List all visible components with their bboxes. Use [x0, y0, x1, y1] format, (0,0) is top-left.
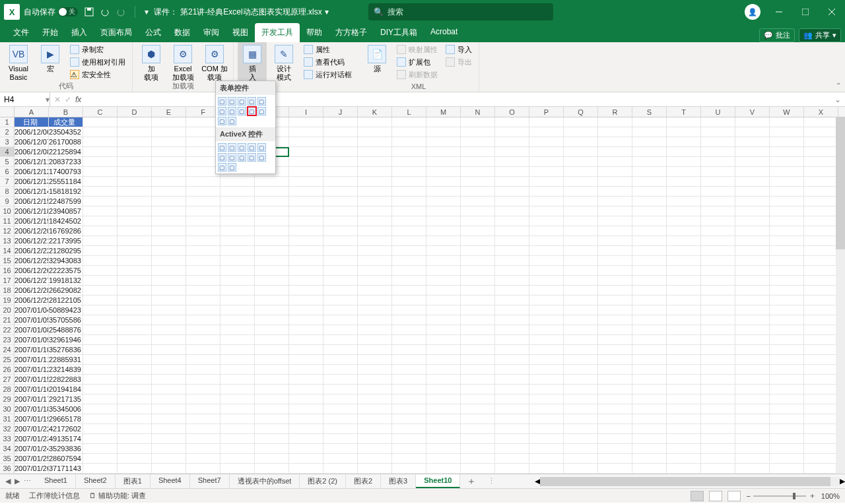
cell[interactable]: [667, 315, 701, 325]
cell[interactable]: [804, 117, 838, 127]
cell[interactable]: [598, 127, 632, 137]
cell[interactable]: 2007/01/19: [15, 414, 49, 424]
cell[interactable]: [152, 464, 186, 473]
cell[interactable]: [255, 197, 289, 206]
cell[interactable]: [667, 385, 701, 394]
cell[interactable]: [426, 385, 461, 394]
col-header[interactable]: J: [323, 107, 358, 117]
cell[interactable]: [426, 375, 461, 384]
cell[interactable]: [529, 315, 564, 325]
cell[interactable]: [118, 157, 152, 166]
cell[interactable]: [701, 137, 735, 146]
cell[interactable]: [598, 335, 632, 344]
cell[interactable]: [118, 335, 152, 344]
cell[interactable]: [735, 276, 770, 285]
cell[interactable]: [461, 424, 495, 433]
cell[interactable]: [255, 315, 289, 325]
cell[interactable]: [735, 444, 770, 453]
cell[interactable]: [632, 375, 667, 384]
document-title[interactable]: 课件： 第21讲-经典Excel动态图表实现原理.xlsx ▾: [154, 7, 329, 18]
cell[interactable]: [598, 315, 632, 325]
cell[interactable]: [804, 305, 838, 315]
cell[interactable]: [186, 375, 220, 384]
cell[interactable]: [461, 177, 495, 186]
cell[interactable]: [118, 206, 152, 216]
cell[interactable]: 32943083: [49, 256, 83, 265]
cell[interactable]: [392, 286, 426, 295]
cell[interactable]: [632, 305, 667, 315]
cell[interactable]: [495, 187, 529, 196]
cell[interactable]: [152, 286, 186, 295]
cell[interactable]: [804, 256, 838, 265]
cell[interactable]: [632, 365, 667, 374]
cell[interactable]: [323, 434, 358, 443]
cell[interactable]: [152, 167, 186, 176]
cell[interactable]: 2007/01/15: [15, 375, 49, 384]
cell[interactable]: [255, 375, 289, 384]
cell[interactable]: [392, 385, 426, 394]
cell[interactable]: [152, 276, 186, 285]
cell[interactable]: [770, 434, 804, 443]
addin-button[interactable]: ⬢加 载项: [137, 42, 166, 82]
row-header[interactable]: 34: [0, 444, 15, 453]
cell[interactable]: [667, 325, 701, 334]
cell[interactable]: [667, 375, 701, 384]
more-icon[interactable]: ▢: [228, 117, 236, 125]
cell[interactable]: [118, 127, 152, 137]
cell[interactable]: [255, 454, 289, 463]
cell[interactable]: [701, 454, 735, 463]
cell[interactable]: [495, 454, 529, 463]
sheet-tab[interactable]: 图表1: [116, 474, 151, 488]
cell[interactable]: [289, 197, 323, 206]
cell[interactable]: [392, 266, 426, 275]
cell[interactable]: [255, 394, 289, 404]
cell[interactable]: [701, 167, 735, 176]
cell[interactable]: [598, 197, 632, 206]
cell[interactable]: [426, 187, 461, 196]
col-header[interactable]: R: [598, 107, 632, 117]
cell[interactable]: [83, 276, 118, 285]
cell[interactable]: [461, 256, 495, 265]
cell[interactable]: [804, 355, 838, 364]
cell[interactable]: [255, 187, 289, 196]
cell[interactable]: [152, 365, 186, 374]
cell[interactable]: [598, 365, 632, 374]
ax-label-icon[interactable]: ▢: [238, 153, 246, 162]
cell[interactable]: [323, 206, 358, 216]
cell[interactable]: [289, 404, 323, 414]
cell[interactable]: [735, 394, 770, 404]
cell[interactable]: [152, 345, 186, 354]
cell[interactable]: [289, 355, 323, 364]
cell[interactable]: [461, 355, 495, 364]
row-header[interactable]: 13: [0, 236, 15, 245]
cell[interactable]: [358, 246, 392, 255]
tab-视图[interactable]: 视图: [226, 23, 255, 42]
cell[interactable]: [598, 286, 632, 295]
cell[interactable]: [804, 177, 838, 186]
cell[interactable]: [735, 137, 770, 146]
cell[interactable]: [632, 286, 667, 295]
cell[interactable]: [255, 206, 289, 216]
cell[interactable]: [667, 167, 701, 176]
cell[interactable]: [289, 325, 323, 334]
cell[interactable]: [564, 177, 598, 186]
cell[interactable]: [255, 266, 289, 275]
cell[interactable]: [392, 305, 426, 315]
cell[interactable]: 2007/01/11: [15, 355, 49, 364]
cell[interactable]: [529, 226, 564, 236]
cell[interactable]: [735, 147, 770, 156]
cell[interactable]: [358, 434, 392, 443]
cell[interactable]: [289, 246, 323, 255]
ax-toggle-icon[interactable]: ▢: [257, 153, 266, 162]
cell[interactable]: [289, 206, 323, 216]
name-box[interactable]: H4▾: [0, 92, 50, 107]
cell[interactable]: [392, 246, 426, 255]
cell[interactable]: 2007/01/22: [15, 424, 49, 433]
cell[interactable]: [770, 256, 804, 265]
col-header[interactable]: M: [426, 107, 461, 117]
cell[interactable]: [529, 177, 564, 186]
cell[interactable]: [632, 414, 667, 424]
cell[interactable]: [426, 335, 461, 344]
cell[interactable]: [255, 355, 289, 364]
cell[interactable]: [358, 236, 392, 245]
